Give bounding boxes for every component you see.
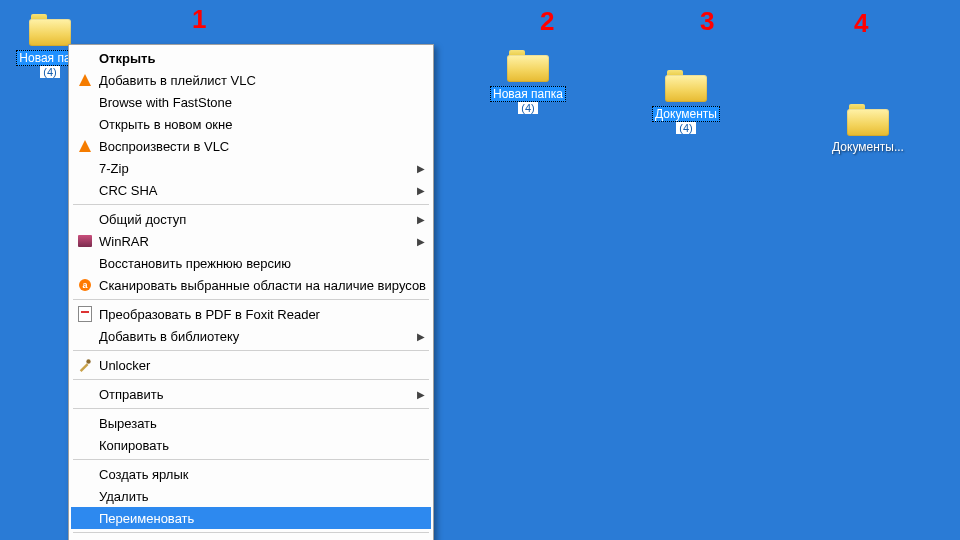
menu-create-shortcut[interactable]: Создать ярлык	[71, 463, 431, 485]
vlc-icon	[77, 138, 93, 154]
menu-send-to[interactable]: Отправить ▶	[71, 383, 431, 405]
menu-restore-previous[interactable]: Восстановить прежнюю версию	[71, 252, 431, 274]
menu-label: Создать ярлык	[99, 467, 188, 482]
menu-label: Открыть	[99, 51, 155, 66]
foxit-icon	[77, 306, 93, 322]
menu-label: Browse with FastStone	[99, 95, 232, 110]
menu-properties[interactable]: Свойства	[71, 536, 431, 540]
menu-foxit-pdf[interactable]: Преобразовать в PDF в Foxit Reader	[71, 303, 431, 325]
folder-label: Документы	[652, 106, 720, 122]
winrar-icon	[77, 233, 93, 249]
submenu-arrow-icon: ▶	[417, 185, 425, 196]
menu-cut[interactable]: Вырезать	[71, 412, 431, 434]
menu-separator	[73, 459, 429, 460]
submenu-arrow-icon: ▶	[417, 331, 425, 342]
menu-label: Копировать	[99, 438, 169, 453]
menu-browse-faststone[interactable]: Browse with FastStone	[71, 91, 431, 113]
menu-label: Воспроизвести в VLC	[99, 139, 229, 154]
submenu-arrow-icon: ▶	[417, 163, 425, 174]
menu-play-vlc[interactable]: Воспроизвести в VLC	[71, 135, 431, 157]
annotation-1: 1	[192, 4, 206, 35]
menu-label: WinRAR	[99, 234, 149, 249]
menu-separator	[73, 408, 429, 409]
menu-rename[interactable]: Переименовать	[71, 507, 431, 529]
desktop[interactable]: 1 2 3 4 Новая па... (4) Новая папка (4) …	[0, 0, 960, 540]
menu-separator	[73, 299, 429, 300]
unlocker-icon	[77, 357, 93, 373]
menu-label: Открыть в новом окне	[99, 117, 232, 132]
menu-open-new-window[interactable]: Открыть в новом окне	[71, 113, 431, 135]
annotation-3: 3	[700, 6, 714, 37]
menu-separator	[73, 350, 429, 351]
menu-label: Восстановить прежнюю версию	[99, 256, 291, 271]
menu-open[interactable]: Открыть	[71, 47, 431, 69]
folder-label: Документы...	[832, 140, 904, 154]
context-menu: Открыть Добавить в плейлист VLC Browse w…	[68, 44, 434, 540]
menu-share[interactable]: Общий доступ ▶	[71, 208, 431, 230]
menu-label: Преобразовать в PDF в Foxit Reader	[99, 307, 320, 322]
submenu-arrow-icon: ▶	[417, 236, 425, 247]
folder-icon	[29, 14, 71, 46]
menu-label: Сканировать выбранные области на наличие…	[99, 278, 426, 293]
desktop-folder-3[interactable]: Документы (4)	[648, 70, 724, 134]
menu-unlocker[interactable]: Unlocker	[71, 354, 431, 376]
menu-delete[interactable]: Удалить	[71, 485, 431, 507]
folder-count: (4)	[518, 102, 537, 114]
menu-avast-scan[interactable]: a Сканировать выбранные области на налич…	[71, 274, 431, 296]
menu-separator	[73, 204, 429, 205]
avast-icon: a	[77, 277, 93, 293]
folder-count: (4)	[40, 66, 59, 78]
menu-label: Общий доступ	[99, 212, 186, 227]
menu-label: CRC SHA	[99, 183, 158, 198]
submenu-arrow-icon: ▶	[417, 214, 425, 225]
menu-add-library[interactable]: Добавить в библиотеку ▶	[71, 325, 431, 347]
menu-copy[interactable]: Копировать	[71, 434, 431, 456]
annotation-2: 2	[540, 6, 554, 37]
folder-icon	[847, 104, 889, 136]
folder-count: (4)	[676, 122, 695, 134]
menu-label: Добавить в плейлист VLC	[99, 73, 256, 88]
folder-icon	[665, 70, 707, 102]
desktop-folder-4[interactable]: Документы...	[830, 104, 906, 154]
desktop-folder-2[interactable]: Новая папка (4)	[490, 50, 566, 114]
annotation-4: 4	[854, 8, 868, 39]
menu-label: Добавить в библиотеку	[99, 329, 239, 344]
menu-crc-sha[interactable]: CRC SHA ▶	[71, 179, 431, 201]
menu-7zip[interactable]: 7-Zip ▶	[71, 157, 431, 179]
menu-label: Удалить	[99, 489, 149, 504]
menu-winrar[interactable]: WinRAR ▶	[71, 230, 431, 252]
menu-label: Переименовать	[99, 511, 194, 526]
vlc-icon	[77, 72, 93, 88]
folder-icon	[507, 50, 549, 82]
menu-separator	[73, 379, 429, 380]
svg-point-0	[86, 359, 90, 363]
menu-label: Unlocker	[99, 358, 150, 373]
menu-separator	[73, 532, 429, 533]
folder-label: Новая папка	[490, 86, 566, 102]
submenu-arrow-icon: ▶	[417, 389, 425, 400]
menu-label: 7-Zip	[99, 161, 129, 176]
menu-label: Отправить	[99, 387, 163, 402]
menu-add-vlc-playlist[interactable]: Добавить в плейлист VLC	[71, 69, 431, 91]
menu-label: Вырезать	[99, 416, 157, 431]
